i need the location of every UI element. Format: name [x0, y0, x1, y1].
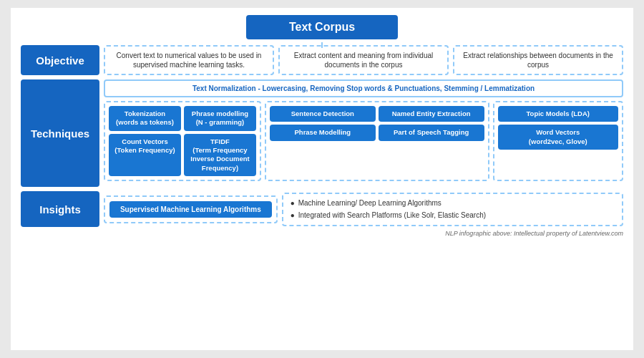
tech-middle-panel: Sentence Detection Named Entity Extracti…: [265, 101, 489, 181]
techniques-row: Techniques Text Normalization - Lowercas…: [21, 79, 623, 187]
insights-left-box: Supervised Machine Learning Algorithms: [104, 195, 278, 223]
techniques-label: Techniques: [21, 79, 99, 187]
tech-right-panel: Topic Models (LDA) Word Vectors(word2vec…: [493, 101, 624, 181]
tech-middle-row1: Sentence Detection Named Entity Extracti…: [270, 106, 484, 122]
word-vectors-box: Word Vectors(word2vec, Glove): [498, 125, 619, 150]
corpus-box: Text Corpus: [246, 15, 398, 39]
objective-boxes: Convert text to numerical values to be u…: [104, 45, 623, 75]
count-vectors-box: Count Vectors(Token Frequency): [109, 134, 181, 176]
obj-box-3: Extract relationships between documents …: [453, 45, 623, 75]
diagram-wrapper: Text Corpus Objective Convert text to nu…: [11, 8, 633, 350]
named-entity-box: Named Entity Extraction: [379, 106, 484, 122]
footer-text: NLP infographic above: Intellectual prop…: [21, 230, 623, 237]
techniques-content: Text Normalization - Lowercasing, Removi…: [104, 79, 623, 181]
tech-left-panel: Tokenization(words as tokens) Phrase mod…: [104, 101, 261, 181]
supervised-ml-box: Supervised Machine Learning Algorithms: [109, 201, 272, 218]
tokenization-box: Tokenization(words as tokens): [109, 106, 181, 131]
insights-row: Insights Supervised Machine Learning Alg…: [21, 191, 623, 227]
corpus-label: Text Corpus: [289, 21, 355, 33]
sentence-detection-box: Sentence Detection: [270, 106, 376, 122]
bullet-2: ● Integrated with Search Platforms (Like…: [291, 211, 615, 221]
insights-content: Supervised Machine Learning Algorithms ●…: [104, 191, 623, 227]
insights-content-area: Supervised Machine Learning Algorithms ●…: [104, 191, 623, 227]
tech-sub-row: Tokenization(words as tokens) Phrase mod…: [104, 101, 623, 181]
phrase-modelling2-box: Phrase Modelling: [270, 125, 376, 140]
obj-box-2: Extract content and meaning from individ…: [278, 45, 449, 75]
insights-right-box: ● Machine Learning/ Deep Learning Algori…: [282, 193, 623, 226]
objective-content: Convert text to numerical values to be u…: [104, 45, 623, 75]
insights-label: Insights: [21, 191, 99, 227]
tfidf-box: TFIDF(Term Frequency Inverse Document Fr…: [184, 134, 256, 176]
phrase-modelling-box: Phrase modelling(N - gramming): [184, 106, 256, 131]
objective-label: Objective: [21, 45, 99, 75]
obj-box-1: Convert text to numerical values to be u…: [104, 45, 274, 75]
tech-middle-row2: Phrase Modelling Part of Speech Tagging: [270, 125, 484, 140]
tech-left-row1: Tokenization(words as tokens) Phrase mod…: [109, 106, 256, 131]
bullet-1: ● Machine Learning/ Deep Learning Algori…: [291, 198, 615, 208]
tech-right-row2: Word Vectors(word2vec, Glove): [498, 125, 619, 150]
topic-models-box: Topic Models (LDA): [498, 106, 619, 122]
pos-tagging-box: Part of Speech Tagging: [379, 125, 484, 140]
normalization-bar: Text Normalization - Lowercasing, Removi…: [104, 79, 623, 97]
top-section: Text Corpus: [21, 15, 623, 39]
tech-right-row1: Topic Models (LDA): [498, 106, 619, 122]
objective-row: Objective Convert text to numerical valu…: [21, 45, 623, 75]
tech-left-row2: Count Vectors(Token Frequency) TFIDF(Ter…: [109, 134, 256, 176]
